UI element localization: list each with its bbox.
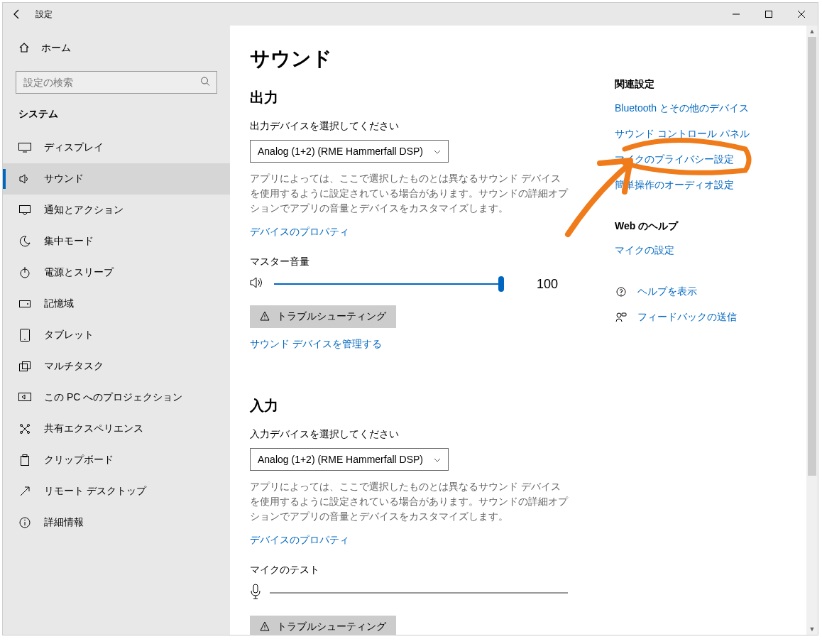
sidebar-item-label: 集中モード bbox=[44, 235, 94, 248]
output-troubleshoot-button[interactable]: トラブルシューティング bbox=[250, 305, 396, 328]
window-controls bbox=[720, 3, 818, 26]
back-button[interactable] bbox=[3, 3, 31, 26]
output-device-label: 出力デバイスを選択してください bbox=[250, 120, 598, 133]
sidebar-item-label: 共有エクスペリエンス bbox=[44, 422, 143, 435]
share-icon bbox=[18, 423, 31, 435]
sidebar-item-label: クリップボード bbox=[44, 454, 114, 466]
sidebar-item-tablet[interactable]: タブレット bbox=[3, 320, 230, 351]
svg-rect-36 bbox=[622, 313, 626, 316]
close-button[interactable] bbox=[785, 3, 818, 26]
sidebar-item-label: サウンド bbox=[44, 173, 84, 185]
sidebar-item-focus[interactable]: 集中モード bbox=[3, 226, 230, 257]
input-device-label: 入力デバイスを選択してください bbox=[250, 428, 598, 441]
display-icon bbox=[18, 143, 31, 153]
input-device-properties-link[interactable]: デバイスのプロパティ bbox=[250, 534, 349, 547]
output-manage-devices-link[interactable]: サウンド デバイスを管理する bbox=[250, 338, 382, 351]
scroll-thumb[interactable] bbox=[808, 37, 816, 476]
sidebar-item-label: 詳細情報 bbox=[44, 516, 84, 529]
output-device-dropdown[interactable]: Analog (1+2) (RME Hammerfall DSP) bbox=[250, 140, 449, 163]
feedback-link[interactable]: フィードバックの送信 bbox=[615, 311, 792, 324]
related-link-3[interactable]: 簡単操作のオーディオ設定 bbox=[615, 179, 792, 192]
info-icon bbox=[18, 517, 31, 528]
content-area: サウンド 出力 出力デバイスを選択してください Analog (1+2) (RM… bbox=[230, 26, 615, 635]
speaker-icon[interactable] bbox=[250, 276, 264, 293]
svg-line-5 bbox=[207, 83, 210, 86]
input-device-dropdown[interactable]: Analog (1+2) (RME Hammerfall DSP) bbox=[250, 448, 449, 471]
master-volume-value: 100 bbox=[537, 277, 558, 292]
tablet-icon bbox=[18, 329, 31, 342]
settings-window: 設定 ホーム システム ディスプ bbox=[2, 2, 818, 635]
sidebar-item-share[interactable]: 共有エクスペリエンス bbox=[3, 413, 230, 444]
titlebar: 設定 bbox=[3, 3, 818, 26]
svg-rect-30 bbox=[253, 584, 258, 593]
search-icon bbox=[200, 77, 210, 89]
sidebar: ホーム システム ディスプレイサウンド通知とアクション集中モード電源とスリープ記… bbox=[3, 26, 230, 635]
minimize-button[interactable] bbox=[720, 3, 752, 26]
scroll-down-arrow[interactable]: ▼ bbox=[806, 623, 818, 635]
output-device-properties-link[interactable]: デバイスのプロパティ bbox=[250, 226, 349, 239]
svg-rect-15 bbox=[20, 364, 28, 371]
master-volume-slider[interactable] bbox=[274, 275, 501, 293]
vertical-scrollbar[interactable]: ▲ ▼ bbox=[806, 26, 818, 635]
chevron-down-icon bbox=[434, 148, 441, 155]
home-label: ホーム bbox=[41, 42, 71, 55]
storage-icon bbox=[18, 300, 31, 307]
input-troubleshoot-button[interactable]: トラブルシューティング bbox=[250, 616, 396, 635]
clipboard-icon bbox=[18, 454, 31, 466]
master-volume-label: マスター音量 bbox=[250, 256, 598, 268]
output-desc: アプリによっては、ここで選択したものとは異なるサウンド デバイスを使用するように… bbox=[250, 171, 569, 216]
svg-rect-6 bbox=[19, 143, 31, 151]
chevron-down-icon bbox=[434, 456, 441, 464]
svg-point-14 bbox=[24, 339, 26, 340]
mic-test-label: マイクのテスト bbox=[250, 564, 598, 577]
sidebar-item-label: ディスプレイ bbox=[44, 141, 104, 154]
sidebar-item-label: 通知とアクション bbox=[44, 204, 124, 217]
sidebar-item-sound[interactable]: サウンド bbox=[3, 163, 230, 195]
output-heading: 出力 bbox=[250, 88, 598, 107]
sidebar-item-display[interactable]: ディスプレイ bbox=[3, 132, 230, 163]
svg-point-29 bbox=[264, 318, 265, 319]
multitask-icon bbox=[18, 361, 31, 371]
related-link-1[interactable]: サウンド コントロール パネル bbox=[615, 128, 792, 141]
sidebar-item-notify[interactable]: 通知とアクション bbox=[3, 195, 230, 226]
svg-rect-16 bbox=[23, 362, 31, 369]
sidebar-item-info[interactable]: 詳細情報 bbox=[3, 507, 230, 538]
svg-point-32 bbox=[264, 628, 265, 629]
related-link-2[interactable]: マイクのプライバシー設定 bbox=[615, 153, 792, 166]
search-input[interactable] bbox=[16, 71, 217, 94]
sidebar-item-project[interactable]: この PC へのプロジェクション bbox=[3, 382, 230, 413]
svg-rect-1 bbox=[766, 11, 772, 18]
mic-level-bar bbox=[270, 592, 568, 594]
home-button[interactable]: ホーム bbox=[3, 33, 230, 64]
input-desc: アプリによっては、ここで選択したものとは異なるサウンド デバイスを使用するように… bbox=[250, 479, 569, 524]
related-link-0[interactable]: Bluetooth とその他のデバイス bbox=[615, 102, 792, 115]
sidebar-item-remote[interactable]: リモート デスクトップ bbox=[3, 476, 230, 507]
focus-icon bbox=[18, 236, 31, 247]
webhelp-heading: Web のヘルプ bbox=[615, 220, 792, 233]
svg-line-24 bbox=[21, 487, 29, 496]
project-icon bbox=[18, 393, 31, 403]
maximize-button[interactable] bbox=[752, 3, 785, 26]
window-title: 設定 bbox=[31, 9, 53, 21]
warning-icon bbox=[260, 311, 270, 323]
scroll-up-arrow[interactable]: ▲ bbox=[806, 26, 818, 37]
sidebar-item-label: 電源とスリープ bbox=[44, 266, 114, 279]
home-icon bbox=[18, 42, 30, 55]
svg-point-26 bbox=[24, 520, 26, 521]
webhelp-link-0[interactable]: マイクの設定 bbox=[615, 244, 792, 257]
power-icon bbox=[18, 267, 31, 278]
sidebar-item-multitask[interactable]: マルチタスク bbox=[3, 351, 230, 382]
input-device-value: Analog (1+2) (RME Hammerfall DSP) bbox=[258, 454, 423, 465]
sidebar-item-label: タブレット bbox=[44, 329, 94, 342]
svg-rect-22 bbox=[21, 457, 29, 466]
svg-rect-8 bbox=[20, 206, 31, 213]
output-device-value: Analog (1+2) (RME Hammerfall DSP) bbox=[258, 146, 423, 157]
sidebar-item-clipboard[interactable]: クリップボード bbox=[3, 444, 230, 476]
sidebar-item-power[interactable]: 電源とスリープ bbox=[3, 257, 230, 288]
sidebar-item-label: 記憶域 bbox=[44, 298, 74, 310]
sidebar-item-label: この PC へのプロジェクション bbox=[44, 391, 182, 404]
svg-point-35 bbox=[617, 313, 621, 317]
sidebar-item-storage[interactable]: 記憶域 bbox=[3, 288, 230, 320]
get-help-link[interactable]: ヘルプを表示 bbox=[615, 285, 792, 298]
related-heading: 関連設定 bbox=[615, 78, 792, 91]
